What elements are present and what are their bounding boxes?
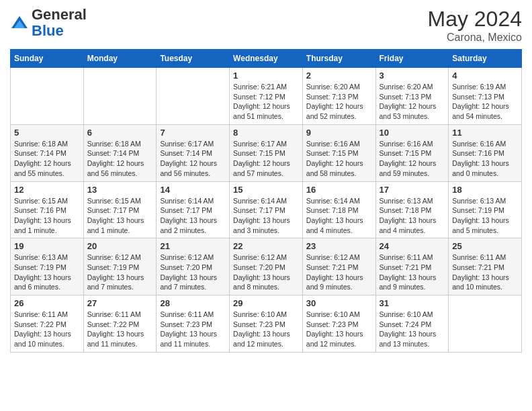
day-info: Sunrise: 6:14 AM Sunset: 7:18 PM Dayligh… — [306, 196, 372, 236]
day-number: 16 — [306, 185, 372, 195]
logo-icon — [10, 13, 29, 32]
location-title: Carona, Mexico — [427, 32, 522, 44]
calendar-cell: 13Sunrise: 6:15 AM Sunset: 7:17 PM Dayli… — [83, 181, 157, 238]
day-number: 18 — [452, 185, 518, 195]
day-info: Sunrise: 6:20 AM Sunset: 7:13 PM Dayligh… — [380, 82, 445, 122]
calendar-cell: 9Sunrise: 6:16 AM Sunset: 7:15 PM Daylig… — [302, 124, 375, 181]
day-number: 27 — [87, 298, 153, 308]
day-number: 21 — [160, 241, 226, 251]
day-info: Sunrise: 6:12 AM Sunset: 7:19 PM Dayligh… — [87, 253, 153, 292]
day-number: 4 — [452, 71, 518, 81]
calendar-cell: 4Sunrise: 6:19 AM Sunset: 7:13 PM Daylig… — [449, 68, 522, 125]
calendar-week-row: 1Sunrise: 6:21 AM Sunset: 7:12 PM Daylig… — [11, 68, 522, 125]
day-number: 6 — [87, 128, 153, 138]
calendar-cell — [157, 68, 230, 125]
col-header-saturday: Saturday — [449, 50, 522, 68]
page-header: General Blue May 2024 Carona, Mexico — [10, 7, 522, 44]
day-info: Sunrise: 6:13 AM Sunset: 7:19 PM Dayligh… — [452, 196, 518, 236]
day-info: Sunrise: 6:10 AM Sunset: 7:23 PM Dayligh… — [233, 310, 299, 349]
calendar-week-row: 26Sunrise: 6:11 AM Sunset: 7:22 PM Dayli… — [11, 295, 522, 353]
calendar-cell: 23Sunrise: 6:12 AM Sunset: 7:21 PM Dayli… — [302, 238, 375, 295]
calendar-cell: 8Sunrise: 6:17 AM Sunset: 7:15 PM Daylig… — [230, 124, 303, 181]
calendar-cell: 5Sunrise: 6:18 AM Sunset: 7:14 PM Daylig… — [11, 124, 84, 181]
calendar-cell: 7Sunrise: 6:17 AM Sunset: 7:14 PM Daylig… — [157, 124, 230, 181]
calendar-cell: 15Sunrise: 6:14 AM Sunset: 7:17 PM Dayli… — [230, 181, 303, 238]
col-header-sunday: Sunday — [11, 50, 84, 68]
calendar-cell: 3Sunrise: 6:20 AM Sunset: 7:13 PM Daylig… — [375, 68, 449, 125]
day-info: Sunrise: 6:21 AM Sunset: 7:12 PM Dayligh… — [233, 82, 299, 122]
calendar-cell: 11Sunrise: 6:16 AM Sunset: 7:16 PM Dayli… — [449, 124, 522, 181]
day-number: 28 — [160, 298, 226, 308]
day-number: 20 — [87, 241, 153, 251]
calendar-cell: 21Sunrise: 6:12 AM Sunset: 7:20 PM Dayli… — [157, 238, 230, 295]
day-info: Sunrise: 6:11 AM Sunset: 7:21 PM Dayligh… — [452, 253, 518, 292]
calendar-cell: 18Sunrise: 6:13 AM Sunset: 7:19 PM Dayli… — [449, 181, 522, 238]
day-info: Sunrise: 6:17 AM Sunset: 7:15 PM Dayligh… — [233, 139, 299, 179]
month-title: May 2024 — [427, 7, 522, 32]
day-info: Sunrise: 6:19 AM Sunset: 7:13 PM Dayligh… — [452, 82, 518, 122]
calendar-cell: 20Sunrise: 6:12 AM Sunset: 7:19 PM Dayli… — [83, 238, 157, 295]
day-number: 29 — [233, 298, 299, 308]
calendar-cell: 31Sunrise: 6:10 AM Sunset: 7:24 PM Dayli… — [375, 295, 449, 353]
col-header-wednesday: Wednesday — [230, 50, 303, 68]
calendar-header-row: SundayMondayTuesdayWednesdayThursdayFrid… — [11, 50, 522, 68]
day-info: Sunrise: 6:11 AM Sunset: 7:22 PM Dayligh… — [87, 310, 153, 349]
calendar-cell: 16Sunrise: 6:14 AM Sunset: 7:18 PM Dayli… — [302, 181, 375, 238]
day-info: Sunrise: 6:16 AM Sunset: 7:15 PM Dayligh… — [380, 139, 445, 179]
calendar-cell: 14Sunrise: 6:14 AM Sunset: 7:17 PM Dayli… — [157, 181, 230, 238]
col-header-monday: Monday — [83, 50, 157, 68]
day-number: 8 — [233, 128, 299, 138]
day-number: 5 — [14, 128, 80, 138]
calendar-cell: 12Sunrise: 6:15 AM Sunset: 7:16 PM Dayli… — [11, 181, 84, 238]
day-info: Sunrise: 6:15 AM Sunset: 7:17 PM Dayligh… — [87, 196, 153, 236]
day-number: 26 — [14, 298, 80, 308]
day-number: 3 — [380, 71, 445, 81]
calendar-cell: 19Sunrise: 6:13 AM Sunset: 7:19 PM Dayli… — [11, 238, 84, 295]
logo-general: General — [32, 6, 87, 23]
calendar-cell: 26Sunrise: 6:11 AM Sunset: 7:22 PM Dayli… — [11, 295, 84, 353]
calendar-cell: 28Sunrise: 6:11 AM Sunset: 7:23 PM Dayli… — [157, 295, 230, 353]
day-number: 22 — [233, 241, 299, 251]
day-info: Sunrise: 6:10 AM Sunset: 7:24 PM Dayligh… — [380, 310, 445, 349]
day-number: 25 — [452, 241, 518, 251]
day-info: Sunrise: 6:16 AM Sunset: 7:16 PM Dayligh… — [452, 139, 518, 179]
day-number: 30 — [306, 298, 372, 308]
day-info: Sunrise: 6:20 AM Sunset: 7:13 PM Dayligh… — [306, 82, 372, 122]
day-number: 11 — [452, 128, 518, 138]
day-info: Sunrise: 6:18 AM Sunset: 7:14 PM Dayligh… — [87, 139, 153, 179]
day-number: 9 — [306, 128, 372, 138]
day-info: Sunrise: 6:17 AM Sunset: 7:14 PM Dayligh… — [160, 139, 226, 179]
calendar-cell: 22Sunrise: 6:12 AM Sunset: 7:20 PM Dayli… — [230, 238, 303, 295]
col-header-friday: Friday — [375, 50, 449, 68]
day-number: 19 — [14, 241, 80, 251]
day-number: 1 — [233, 71, 299, 81]
day-info: Sunrise: 6:12 AM Sunset: 7:20 PM Dayligh… — [160, 253, 226, 292]
day-number: 2 — [306, 71, 372, 81]
day-number: 24 — [380, 241, 445, 251]
day-number: 7 — [160, 128, 226, 138]
day-number: 15 — [233, 185, 299, 195]
day-number: 17 — [380, 185, 445, 195]
day-info: Sunrise: 6:12 AM Sunset: 7:20 PM Dayligh… — [233, 253, 299, 292]
day-number: 23 — [306, 241, 372, 251]
calendar-week-row: 19Sunrise: 6:13 AM Sunset: 7:19 PM Dayli… — [11, 238, 522, 295]
logo: General Blue — [10, 7, 87, 39]
calendar-cell: 2Sunrise: 6:20 AM Sunset: 7:13 PM Daylig… — [302, 68, 375, 125]
calendar-week-row: 12Sunrise: 6:15 AM Sunset: 7:16 PM Dayli… — [11, 181, 522, 238]
logo-text: General Blue — [32, 7, 87, 39]
day-info: Sunrise: 6:13 AM Sunset: 7:19 PM Dayligh… — [14, 253, 80, 292]
day-info: Sunrise: 6:10 AM Sunset: 7:23 PM Dayligh… — [306, 310, 372, 349]
day-number: 13 — [87, 185, 153, 195]
day-info: Sunrise: 6:11 AM Sunset: 7:22 PM Dayligh… — [14, 310, 80, 349]
col-header-thursday: Thursday — [302, 50, 375, 68]
calendar-cell — [449, 295, 522, 353]
logo-blue: Blue — [32, 22, 64, 39]
day-info: Sunrise: 6:18 AM Sunset: 7:14 PM Dayligh… — [14, 139, 80, 179]
calendar-cell: 29Sunrise: 6:10 AM Sunset: 7:23 PM Dayli… — [230, 295, 303, 353]
day-info: Sunrise: 6:15 AM Sunset: 7:16 PM Dayligh… — [14, 196, 80, 236]
day-info: Sunrise: 6:11 AM Sunset: 7:21 PM Dayligh… — [380, 253, 445, 292]
day-info: Sunrise: 6:13 AM Sunset: 7:18 PM Dayligh… — [380, 196, 445, 236]
calendar-cell: 24Sunrise: 6:11 AM Sunset: 7:21 PM Dayli… — [375, 238, 449, 295]
calendar-cell: 30Sunrise: 6:10 AM Sunset: 7:23 PM Dayli… — [302, 295, 375, 353]
calendar-cell: 17Sunrise: 6:13 AM Sunset: 7:18 PM Dayli… — [375, 181, 449, 238]
